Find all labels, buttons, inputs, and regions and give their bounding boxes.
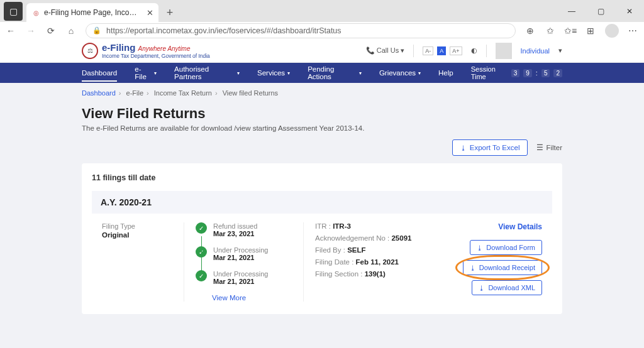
session-label: Session Time bbox=[471, 65, 508, 80]
more-icon[interactable]: ⋯ bbox=[628, 25, 639, 36]
nav-efile[interactable]: e-File ▾ bbox=[135, 65, 157, 80]
nav-home-icon[interactable]: ⌂ bbox=[65, 25, 77, 36]
crumb-efile: e-File bbox=[126, 89, 144, 97]
export-to-excel-button[interactable]: ⭳Export To Excel bbox=[452, 139, 528, 156]
nav-forward-icon: → bbox=[25, 25, 36, 36]
page-title: View Filed Returns bbox=[82, 106, 562, 122]
font-decrease[interactable]: A- bbox=[423, 46, 433, 55]
timeline-item: ✓ Under ProcessingMar 21, 2021 bbox=[196, 246, 291, 261]
nav-partners[interactable]: Authorised Partners ▾ bbox=[174, 65, 240, 80]
tab-close-icon[interactable]: ✕ bbox=[147, 8, 153, 18]
nav-pending[interactable]: Pending Actions ▾ bbox=[308, 65, 362, 80]
highlight-annotation: ⭳Download Receipt bbox=[463, 260, 542, 275]
session-digit: 2 bbox=[553, 69, 562, 77]
chevron-down-icon[interactable]: ▾ bbox=[558, 46, 562, 55]
main-nav: Dashboard e-File ▾ Authorised Partners ▾… bbox=[0, 63, 644, 83]
download-icon: ⭳ bbox=[460, 144, 467, 151]
download-form-button[interactable]: ⭳Download Form bbox=[470, 240, 542, 255]
nav-help[interactable]: Help bbox=[438, 69, 453, 77]
filing-type-label: Filing Type bbox=[102, 222, 171, 230]
lock-icon: 🔒 bbox=[92, 26, 101, 35]
favorites-icon[interactable]: ✩≡ bbox=[565, 25, 576, 36]
site-logo[interactable]: ⚖ e-Filing Anywhere Anytime Income Tax D… bbox=[82, 42, 210, 59]
session-digit: 3 bbox=[511, 69, 520, 77]
browser-tab[interactable]: ◎ e-Filing Home Page, Income Tax ✕ bbox=[26, 3, 158, 22]
chevron-down-icon: ▾ bbox=[287, 70, 290, 76]
window-minimize[interactable]: — bbox=[557, 0, 586, 22]
new-tab-button[interactable]: + bbox=[161, 4, 179, 21]
timeline-item: ✓ Under ProcessingMar 21, 2021 bbox=[196, 270, 291, 285]
nav-refresh-icon[interactable]: ⟳ bbox=[45, 25, 57, 36]
crumb-dashboard[interactable]: Dashboard bbox=[82, 89, 116, 97]
logo-brand: e-Filing bbox=[102, 42, 135, 53]
contrast-icon[interactable]: ◐ bbox=[471, 46, 477, 55]
window-close[interactable]: ✕ bbox=[615, 0, 644, 22]
nav-grievances[interactable]: Grievances ▾ bbox=[379, 69, 421, 77]
window-maximize[interactable]: ▢ bbox=[586, 0, 615, 22]
star-icon[interactable]: ✩ bbox=[545, 25, 556, 36]
nav-services[interactable]: Services ▾ bbox=[257, 69, 290, 77]
url-text: https://eportal.incometax.gov.in/iec/fos… bbox=[106, 26, 341, 35]
download-xml-button[interactable]: ⭳Download XML bbox=[472, 280, 542, 295]
font-increase[interactable]: A+ bbox=[450, 46, 462, 55]
collections-icon[interactable]: ⊞ bbox=[585, 25, 596, 36]
chevron-down-icon: ▾ bbox=[359, 70, 362, 76]
user-avatar[interactable] bbox=[496, 43, 512, 59]
timeline-item: ✓ Refund issuedMar 23, 2021 bbox=[196, 222, 291, 237]
page-subtitle: The e-Filed Returns are available for do… bbox=[82, 124, 562, 132]
font-size-control: A- A A+ bbox=[423, 46, 462, 55]
nav-dashboard[interactable]: Dashboard bbox=[82, 69, 117, 77]
chevron-down-icon: ▾ bbox=[418, 70, 421, 76]
download-icon: ⭳ bbox=[470, 264, 476, 271]
browser-tab-bar: ▢ ◎ e-Filing Home Page, Income Tax ✕ + —… bbox=[0, 0, 644, 22]
download-icon: ⭳ bbox=[477, 244, 483, 251]
user-type-link[interactable]: Individual bbox=[521, 47, 550, 55]
zoom-icon[interactable]: ⊕ bbox=[525, 25, 536, 36]
logo-tag: Anywhere Anytime bbox=[138, 45, 191, 52]
logo-emblem-icon: ⚖ bbox=[82, 43, 98, 59]
download-icon: ⭳ bbox=[479, 285, 485, 291]
crumb-current: View filed Returns bbox=[223, 89, 278, 97]
profile-avatar[interactable] bbox=[605, 24, 619, 38]
tab-title: e-Filing Home Page, Income Tax bbox=[44, 8, 143, 17]
session-digit: 5 bbox=[541, 69, 550, 77]
timeline-line bbox=[201, 236, 202, 273]
window-controls: — ▢ ✕ bbox=[557, 0, 644, 22]
filings-count: 11 filings till date bbox=[92, 173, 552, 182]
nav-back-icon[interactable]: ← bbox=[5, 25, 16, 36]
breadcrumb: Dashboard› e-File› Income Tax Return› Vi… bbox=[0, 83, 644, 101]
check-icon: ✓ bbox=[196, 222, 207, 234]
address-bar: ← → ⟳ ⌂ 🔒 https://eportal.incometax.gov.… bbox=[0, 22, 644, 39]
view-more-link[interactable]: View More bbox=[212, 294, 291, 302]
session-timer: Session Time 3 9 : 5 2 bbox=[471, 65, 562, 80]
separator bbox=[413, 45, 414, 57]
browser-right-icons: ⊕ ✩ ✩≡ ⊞ ⋯ bbox=[525, 24, 639, 38]
crumb-itr: Income Tax Return bbox=[154, 89, 212, 97]
font-normal[interactable]: A bbox=[437, 46, 446, 55]
call-us-link[interactable]: 📞 Call Us ▾ bbox=[366, 46, 405, 55]
site-header: ⚖ e-Filing Anywhere Anytime Income Tax D… bbox=[0, 39, 644, 63]
url-input[interactable]: 🔒 https://eportal.incometax.gov.in/iec/f… bbox=[86, 23, 516, 38]
chevron-down-icon: ▾ bbox=[154, 70, 157, 76]
view-details-link[interactable]: View Details bbox=[498, 222, 542, 231]
filings-card: 11 filings till date A.Y. 2020-21 Filing… bbox=[82, 163, 562, 314]
filing-type-value: Original bbox=[102, 231, 171, 239]
separator bbox=[486, 45, 487, 57]
session-digit: 9 bbox=[523, 69, 532, 77]
filter-icon: ☰ bbox=[536, 143, 543, 152]
browser-chrome: ▢ ◎ e-Filing Home Page, Income Tax ✕ + —… bbox=[0, 0, 644, 39]
download-receipt-button[interactable]: ⭳Download Receipt bbox=[463, 260, 542, 275]
assessment-year-header: A.Y. 2020-21 bbox=[92, 191, 552, 214]
tab-favicon: ◎ bbox=[31, 8, 40, 17]
chevron-down-icon: ▾ bbox=[237, 70, 240, 76]
logo-dept: Income Tax Department, Government of Ind… bbox=[102, 53, 210, 59]
filter-button[interactable]: ☰ Filter bbox=[536, 143, 562, 152]
tab-overview-button[interactable]: ▢ bbox=[4, 2, 23, 21]
